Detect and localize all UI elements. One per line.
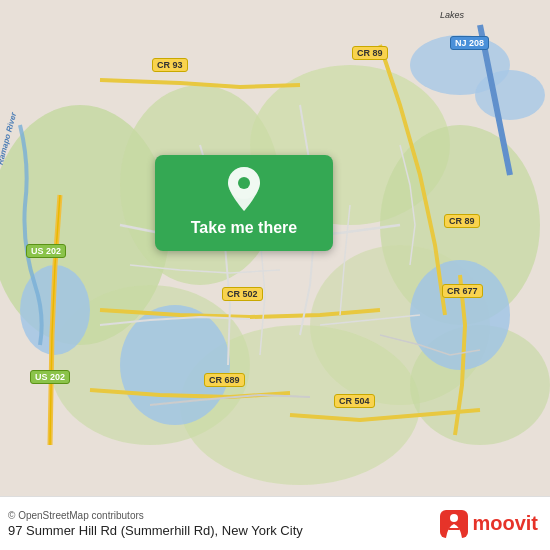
map-container: CR 93 CR 89 NJ 208 CR 89 CR 502 CR 677 U… — [0, 0, 550, 550]
take-me-there-label: Take me there — [191, 219, 297, 237]
lakes-label: Lakes — [440, 10, 464, 20]
road-label-cr502: CR 502 — [222, 287, 263, 301]
moovit-logo: moovit — [440, 510, 538, 538]
road-label-cr89-mid: CR 89 — [444, 214, 480, 228]
svg-point-12 — [120, 305, 230, 425]
road-label-nj208: NJ 208 — [450, 36, 489, 50]
road-label-cr689: CR 689 — [204, 373, 245, 387]
road-label-us202-bot: US 202 — [30, 370, 70, 384]
svg-point-15 — [238, 177, 250, 189]
location-pin-icon — [226, 167, 262, 211]
take-me-there-button[interactable]: Take me there — [155, 155, 333, 251]
road-label-us202-top: US 202 — [26, 244, 66, 258]
bottom-bar: © OpenStreetMap contributors 97 Summer H… — [0, 496, 550, 550]
address-text: 97 Summer Hill Rd (Summerhill Rd), New Y… — [8, 523, 303, 538]
svg-rect-18 — [448, 528, 460, 530]
map-background — [0, 0, 550, 550]
svg-point-10 — [475, 70, 545, 120]
osm-credit: © OpenStreetMap contributors — [8, 510, 303, 521]
svg-point-17 — [450, 514, 458, 522]
osm-credit-text: © OpenStreetMap contributors — [8, 510, 144, 521]
road-label-cr89-top: CR 89 — [352, 46, 388, 60]
moovit-text: moovit — [472, 512, 538, 535]
moovit-icon — [440, 510, 468, 538]
road-label-cr677: CR 677 — [442, 284, 483, 298]
address-block: © OpenStreetMap contributors 97 Summer H… — [8, 510, 303, 538]
road-label-cr93: CR 93 — [152, 58, 188, 72]
road-label-cr504: CR 504 — [334, 394, 375, 408]
